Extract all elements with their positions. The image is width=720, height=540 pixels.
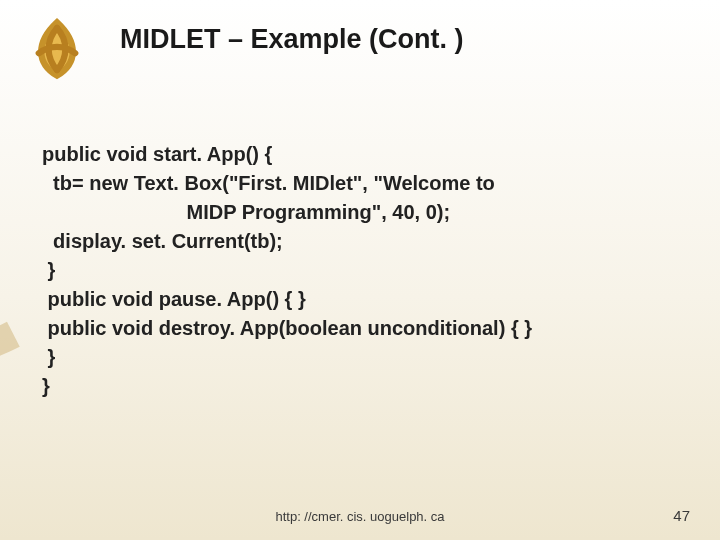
code-line: public void start. App() { (42, 140, 662, 169)
code-line: } (42, 372, 662, 401)
page-number: 47 (673, 507, 690, 524)
code-line: display. set. Current(tb); (42, 227, 662, 256)
code-line: } (42, 256, 662, 285)
code-line: tb= new Text. Box("First. MIDlet", "Welc… (42, 169, 662, 198)
slide: MIDLET – Example (Cont. ) public void st… (0, 0, 720, 540)
trinity-knot-logo-icon (22, 14, 92, 84)
code-line: public void destroy. App(boolean uncondi… (42, 314, 662, 343)
slide-title: MIDLET – Example (Cont. ) (120, 24, 464, 55)
footer-url: http: //cmer. cis. uoguelph. ca (0, 509, 720, 524)
code-line: public void pause. App() { } (42, 285, 662, 314)
code-line: MIDP Programming", 40, 0); (42, 198, 662, 227)
code-line: } (42, 343, 662, 372)
code-block: public void start. App() { tb= new Text.… (42, 140, 662, 401)
